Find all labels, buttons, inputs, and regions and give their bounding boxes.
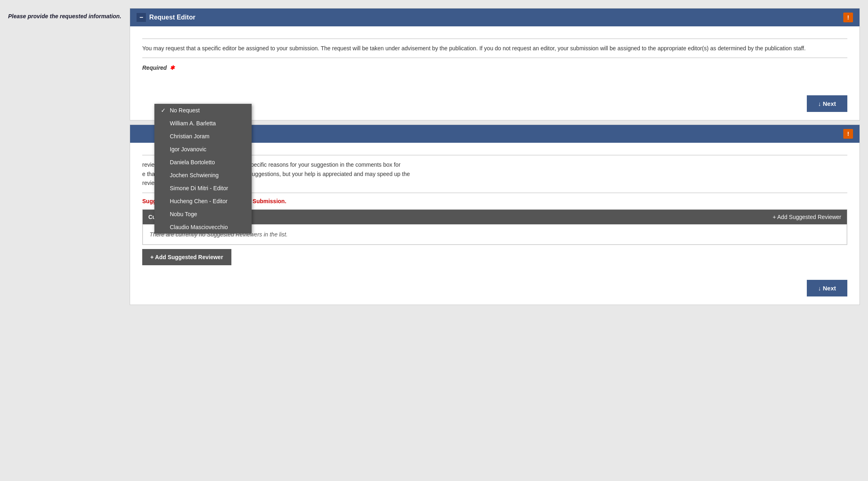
editor-dropdown[interactable]: ✓ No Request William A. Barletta Christi…	[154, 104, 252, 234]
dropdown-item-bortoletto[interactable]: Daniela Bortoletto	[154, 156, 252, 169]
sidebar-instruction: Please provide the requested information…	[8, 12, 122, 21]
dropdown-item-no-request[interactable]: ✓ No Request	[154, 104, 252, 117]
dropdown-label-bortoletto: Daniela Bortoletto	[170, 159, 215, 165]
add-reviewer-button[interactable]: + Add Suggested Reviewer	[142, 249, 231, 265]
dropdown-item-joram[interactable]: Christian Joram	[154, 130, 252, 143]
required-asterisk: ✱	[168, 64, 175, 71]
panel1-warning-icon: !	[843, 13, 853, 22]
panel1-description: You may request that a specific editor b…	[142, 44, 847, 53]
divider1	[142, 39, 847, 39]
dropdown-label-dimitri: Simone Di Mitri - Editor	[170, 185, 228, 191]
required-label: Required ✱	[142, 64, 847, 71]
dropdown-item-schwiening[interactable]: Jochen Schwiening	[154, 169, 252, 182]
dropdown-item-dimitri[interactable]: Simone Di Mitri - Editor	[154, 182, 252, 195]
dropdown-label-schwiening: Jochen Schwiening	[170, 172, 219, 178]
panel2-header-left	[137, 130, 141, 137]
collapse-button[interactable]: −	[137, 13, 146, 22]
panel2-dot	[137, 131, 141, 136]
sidebar: Please provide the requested information…	[8, 8, 122, 305]
panel2-warning-icon: !	[843, 129, 853, 139]
dropdown-item-barletta[interactable]: William A. Barletta	[154, 117, 252, 130]
main-content: − Request Editor ! You may request that …	[130, 8, 860, 305]
panel1-body: You may request that a specific editor b…	[130, 26, 859, 120]
dropdown-label-toge: Nobu Toge	[170, 211, 197, 217]
panel1-header-left: − Request Editor	[137, 13, 195, 22]
dropdown-label-chen: Hucheng Chen - Editor	[170, 198, 227, 204]
panel2-btn-row: ↓ Next	[142, 272, 847, 296]
dropdown-item-jovanovic[interactable]: Igor Jovanovic	[154, 143, 252, 156]
dropdown-label-jovanovic: Igor Jovanovic	[170, 146, 206, 152]
divider2	[142, 58, 847, 58]
dropdown-label-joram: Christian Joram	[170, 133, 210, 140]
check-icon: ✓	[161, 107, 167, 114]
dropdown-item-toge[interactable]: Nobu Toge	[154, 208, 252, 221]
panel1-title: Request Editor	[149, 14, 195, 21]
dropdown-label-barletta: William A. Barletta	[170, 120, 216, 127]
dropdown-label-masciovecchio: Claudio Masciovecchio	[170, 224, 228, 230]
panel1-header: − Request Editor !	[130, 9, 859, 26]
dropdown-label-no-request: No Request	[170, 107, 200, 114]
dropdown-item-masciovecchio[interactable]: Claudio Masciovecchio	[154, 221, 252, 234]
request-editor-panel: − Request Editor ! You may request that …	[130, 8, 860, 120]
panel2-next-button[interactable]: ↓ Next	[807, 280, 847, 296]
add-reviewer-header-link[interactable]: + Add Suggested Reviewer	[773, 214, 841, 220]
dropdown-item-chen[interactable]: Hucheng Chen - Editor	[154, 195, 252, 208]
panel1-next-button[interactable]: ↓ Next	[807, 95, 847, 112]
